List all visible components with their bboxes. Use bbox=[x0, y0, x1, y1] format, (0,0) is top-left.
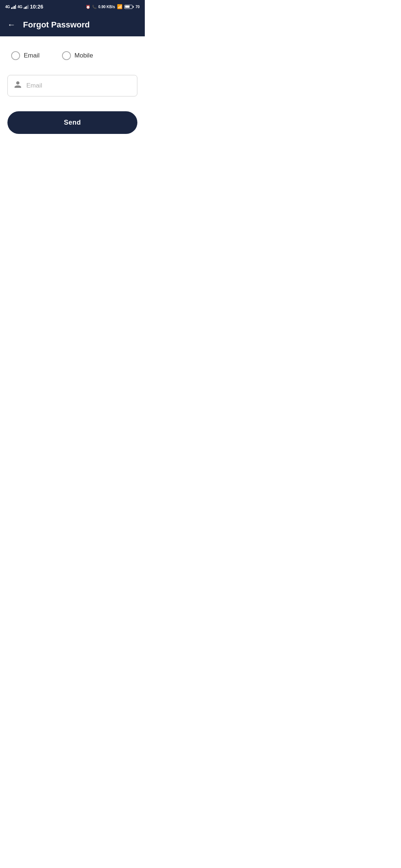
mobile-radio-label: Mobile bbox=[75, 52, 93, 59]
email-input-wrapper bbox=[7, 75, 137, 96]
phone-icon: 📞 bbox=[92, 5, 97, 9]
send-button[interactable]: Send bbox=[7, 111, 137, 134]
mobile-radio-option[interactable]: Mobile bbox=[62, 51, 93, 60]
email-radio-option[interactable]: Email bbox=[11, 51, 40, 60]
page-title: Forgot Password bbox=[23, 20, 90, 30]
contact-method-radio-group: Email Mobile bbox=[7, 51, 137, 60]
signal-bars-2 bbox=[24, 5, 29, 9]
status-time: 10:26 bbox=[30, 4, 43, 10]
email-radio-circle[interactable] bbox=[11, 51, 20, 60]
app-bar: ← Forgot Password bbox=[0, 13, 145, 36]
status-left: 4G 4G 10:26 bbox=[5, 4, 43, 10]
wifi-icon: 📶 bbox=[117, 4, 123, 9]
battery-percent: 70 bbox=[136, 5, 140, 9]
alarm-icon: ⏰ bbox=[86, 5, 90, 9]
network-label-2: 4G bbox=[17, 5, 22, 9]
mobile-radio-circle[interactable] bbox=[62, 51, 71, 60]
email-input[interactable] bbox=[26, 82, 131, 89]
signal-bars-1 bbox=[11, 5, 16, 9]
back-button[interactable]: ← bbox=[7, 21, 16, 29]
battery-indicator bbox=[124, 5, 134, 9]
status-right: ⏰ 📞 0.90 KB/s 📶 70 bbox=[86, 4, 140, 9]
network-label-1: 4G bbox=[5, 5, 10, 9]
email-radio-label: Email bbox=[24, 52, 40, 59]
status-bar: 4G 4G 10:26 ⏰ 📞 0.90 KB/s 📶 70 bbox=[0, 0, 145, 13]
main-content: Email Mobile Send bbox=[0, 36, 145, 313]
speed-label: 0.90 KB/s bbox=[98, 5, 115, 9]
person-icon bbox=[14, 80, 22, 91]
